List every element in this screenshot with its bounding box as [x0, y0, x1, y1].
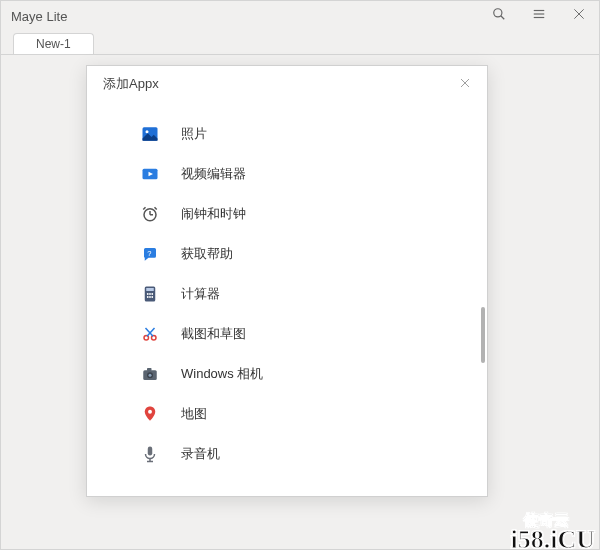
svg-point-19 [147, 293, 149, 295]
add-appx-dialog: 添加Appx 照片 [86, 65, 488, 497]
svg-point-22 [147, 296, 149, 298]
app-item-label: Windows 相机 [181, 365, 263, 383]
close-icon [572, 7, 586, 25]
video-editor-icon [141, 165, 159, 183]
app-item-video-editor[interactable]: 视频编辑器 [87, 154, 487, 194]
close-icon [459, 75, 471, 93]
svg-rect-30 [147, 368, 152, 371]
app-item-recorder[interactable]: 录音机 [87, 434, 487, 474]
camera-icon [141, 365, 159, 383]
watermark-small: 使奇云 [524, 514, 569, 528]
app-item-snip[interactable]: 截图和草图 [87, 314, 487, 354]
titlebar: Maye Lite [1, 1, 599, 31]
svg-text:?: ? [147, 249, 151, 258]
dialog-body: 照片 视频编辑器 闹钟和时钟 [87, 102, 487, 496]
dialog-scrollbar[interactable] [481, 307, 485, 363]
search-button[interactable] [479, 1, 519, 31]
app-item-calculator[interactable]: 计算器 [87, 274, 487, 314]
svg-point-33 [148, 410, 152, 414]
svg-rect-18 [146, 288, 154, 291]
app-item-label: 计算器 [181, 285, 220, 303]
calculator-icon [141, 285, 159, 303]
snip-icon [141, 325, 159, 343]
hamburger-icon [532, 7, 546, 25]
dialog-header: 添加Appx [87, 66, 487, 102]
app-item-get-help[interactable]: ? 获取帮助 [87, 234, 487, 274]
app-item-clock[interactable]: 闹钟和时钟 [87, 194, 487, 234]
svg-line-1 [501, 16, 505, 20]
app-item-label: 视频编辑器 [181, 165, 246, 183]
app-item-label: 录音机 [181, 445, 220, 463]
app-item-maps[interactable]: 地图 [87, 394, 487, 434]
svg-rect-34 [148, 447, 153, 456]
clock-icon [141, 205, 159, 223]
close-button[interactable] [559, 1, 599, 31]
app-window: Maye Lite New-1 添加Appx [0, 0, 600, 550]
recorder-icon [141, 445, 159, 463]
app-list: 照片 视频编辑器 闹钟和时钟 [87, 102, 487, 474]
app-item-photos[interactable]: 照片 [87, 114, 487, 154]
search-icon [492, 7, 506, 25]
tab-new-1[interactable]: New-1 [13, 33, 94, 54]
help-icon: ? [141, 245, 159, 263]
photos-icon [141, 125, 159, 143]
dialog-close-button[interactable] [451, 70, 479, 98]
titlebar-controls [479, 1, 599, 31]
svg-point-32 [149, 374, 152, 377]
window-title: Maye Lite [11, 9, 479, 24]
app-item-label: 闹钟和时钟 [181, 205, 246, 223]
app-item-label: 获取帮助 [181, 245, 233, 263]
svg-point-24 [151, 296, 153, 298]
app-item-camera[interactable]: Windows 相机 [87, 354, 487, 394]
menu-button[interactable] [519, 1, 559, 31]
svg-point-21 [151, 293, 153, 295]
tabbar: New-1 [1, 31, 599, 54]
app-item-label: 地图 [181, 405, 207, 423]
app-item-label: 照片 [181, 125, 207, 143]
svg-point-20 [149, 293, 151, 295]
svg-point-23 [149, 296, 151, 298]
content-area: 添加Appx 照片 [1, 54, 599, 549]
svg-point-10 [146, 130, 149, 133]
maps-icon [141, 405, 159, 423]
dialog-title: 添加Appx [103, 75, 451, 93]
app-item-label: 截图和草图 [181, 325, 246, 343]
svg-point-0 [494, 9, 502, 17]
watermark: 使奇云 i58.iCU [511, 528, 596, 550]
watermark-main: i58.iCU [511, 525, 596, 550]
